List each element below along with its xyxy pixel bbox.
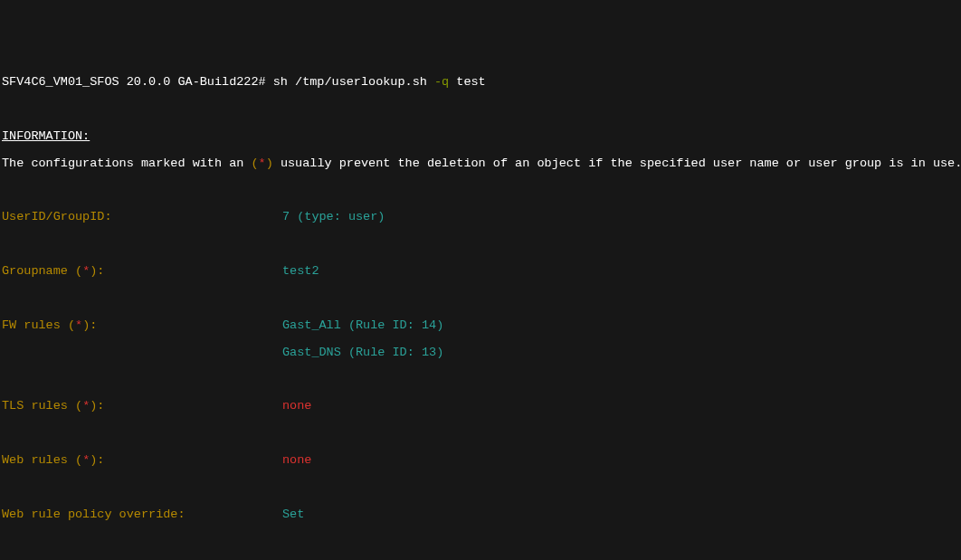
terminal-output[interactable]: SFV4C6_VM01_SFOS 20.0.0 GA-Build222# sh …: [2, 62, 959, 560]
row-fw-rules: FW rules (*):Gast_All (Rule ID: 14): [2, 319, 959, 333]
command: sh /tmp/userlookup.sh: [273, 75, 434, 89]
shell-prompt: SFV4C6_VM01_SFOS 20.0.0 GA-Build222#: [2, 75, 273, 89]
flag: -q: [434, 75, 449, 89]
info-body: The configurations marked with an (*) us…: [2, 157, 959, 171]
row-fw-rules-2: Gast_DNS (Rule ID: 13): [2, 346, 959, 360]
row-web-rules: Web rules (*):none: [2, 454, 959, 468]
row-tls-rules: TLS rules (*):none: [2, 400, 959, 413]
argument: test: [449, 75, 486, 89]
row-web-override: Web rule policy override:Set: [2, 508, 959, 522]
row-groupname: Groupname (*):test2: [2, 265, 959, 279]
prompt-line-1: SFV4C6_VM01_SFOS 20.0.0 GA-Build222# sh …: [2, 76, 959, 90]
row-userid: UserID/GroupID:7 (type: user): [2, 211, 959, 224]
info-heading: INFORMATION:: [2, 130, 959, 144]
